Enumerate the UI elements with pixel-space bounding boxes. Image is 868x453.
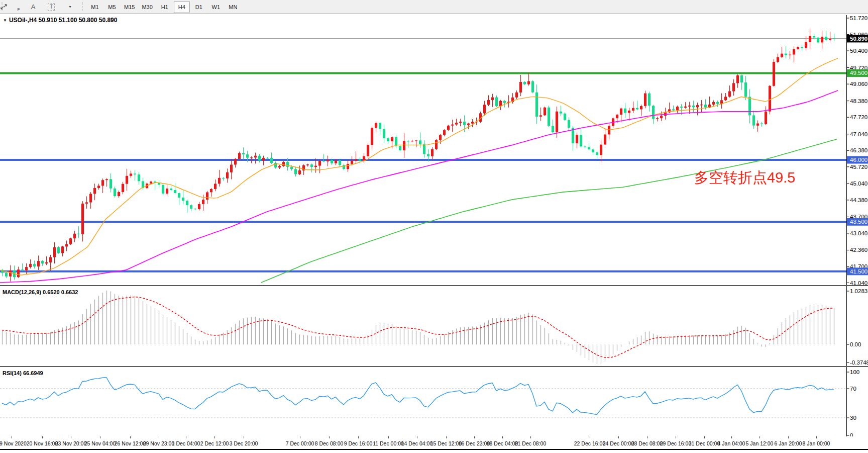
rsi-indicator-label: RSI(14) 66.6949 bbox=[3, 370, 43, 376]
time-axis-tick bbox=[618, 436, 619, 438]
time-axis-tick bbox=[759, 436, 760, 438]
time-axis-label: 6 Jan 20:00 bbox=[775, 440, 802, 446]
time-axis-tick bbox=[502, 436, 503, 438]
time-axis-tick bbox=[71, 436, 71, 438]
time-axis-tick bbox=[130, 436, 131, 438]
time-axis-tick bbox=[731, 436, 732, 438]
time-axis-tick bbox=[100, 436, 100, 438]
time-axis-label: 15 Dec 12:00 bbox=[430, 440, 462, 446]
time-axis-tick bbox=[12, 436, 12, 438]
time-axis-tick bbox=[676, 436, 676, 438]
macd-panel[interactable]: 1.02830.00-0.3748 bbox=[0, 286, 868, 366]
svg-text:0.00: 0.00 bbox=[850, 341, 861, 347]
time-axis-label: 7 Dec 00:00 bbox=[286, 440, 314, 446]
svg-text:47.040: 47.040 bbox=[850, 131, 867, 137]
macd-indicator-label: MACD(12,26,9) 0.6520 0.6632 bbox=[3, 289, 78, 295]
svg-text:50.400: 50.400 bbox=[850, 48, 867, 54]
time-axis-tick bbox=[300, 436, 300, 438]
time-axis-label: 24 Dec 00:00 bbox=[603, 440, 634, 446]
time-axis-label: 3 Dec 20:00 bbox=[230, 440, 258, 446]
svg-text:45.040: 45.040 bbox=[850, 180, 867, 187]
time-axis-tick bbox=[590, 436, 590, 438]
time-axis-label: 8 Jan 00:00 bbox=[803, 440, 830, 446]
time-axis-tick bbox=[647, 436, 647, 438]
time-axis-tick bbox=[530, 436, 531, 438]
time-axis-label: 5 Jan 12:00 bbox=[746, 440, 774, 446]
time-axis-label: 21 Dec 08:00 bbox=[515, 440, 546, 446]
time-axis-tick bbox=[244, 436, 244, 438]
svg-text:50.890: 50.890 bbox=[850, 36, 867, 42]
time-axis-label: 11 Dec 00:00 bbox=[373, 440, 404, 446]
time-axis-label: 16 Dec 23:00 bbox=[459, 440, 490, 446]
time-axis-tick bbox=[417, 436, 417, 438]
time-axis-label: 20 Nov 16:00 bbox=[27, 440, 58, 446]
time-axis-label: 8 Dec 08:00 bbox=[315, 440, 344, 446]
time-axis[interactable]: 19 Nov 202020 Nov 16:0023 Nov 20:0025 No… bbox=[0, 436, 868, 450]
time-axis-tick bbox=[186, 436, 186, 438]
svg-text:47.720: 47.720 bbox=[850, 114, 867, 120]
time-axis-tick bbox=[446, 436, 447, 438]
time-axis-tick bbox=[329, 436, 330, 438]
svg-text:30: 30 bbox=[850, 415, 856, 421]
time-axis-tick bbox=[42, 436, 43, 438]
time-axis-tick bbox=[816, 436, 817, 438]
time-axis-tick bbox=[788, 436, 789, 438]
svg-text:46.380: 46.380 bbox=[850, 147, 867, 153]
chart-text-annotation[interactable]: 多空转折点49.5 bbox=[694, 168, 795, 188]
collapse-triangle-icon[interactable]: ▼ bbox=[3, 18, 7, 23]
time-axis-label: 1 Dec 04:00 bbox=[172, 440, 200, 446]
svg-text:-0.3748: -0.3748 bbox=[850, 359, 868, 366]
svg-text:100: 100 bbox=[850, 369, 859, 375]
time-axis-label: 31 Dec 00:00 bbox=[689, 440, 720, 446]
svg-text:51.720: 51.720 bbox=[850, 15, 867, 21]
time-axis-label: 29 Dec 16:00 bbox=[660, 440, 691, 446]
svg-text:45.720: 45.720 bbox=[850, 164, 867, 170]
svg-text:43.500: 43.500 bbox=[850, 219, 867, 225]
time-axis-tick bbox=[159, 436, 159, 438]
time-axis-label: 22 Dec 16:00 bbox=[574, 440, 605, 446]
symbol-ohlc-text: USOil-,H4 50.910 51.100 50.800 50.890 bbox=[9, 17, 118, 24]
svg-text:49.500: 49.500 bbox=[850, 70, 867, 76]
time-axis-label: 4 Jan 04:00 bbox=[718, 440, 745, 446]
svg-text:43.040: 43.040 bbox=[850, 230, 867, 236]
time-axis-tick bbox=[214, 436, 215, 438]
svg-text:41.500: 41.500 bbox=[850, 268, 867, 275]
svg-text:42.360: 42.360 bbox=[850, 247, 867, 253]
svg-text:1.0283: 1.0283 bbox=[850, 288, 867, 294]
time-axis-label: 29 Nov 23:00 bbox=[143, 440, 174, 446]
time-axis-label: 14 Dec 04:00 bbox=[401, 440, 432, 446]
time-axis-label: 28 Dec 08:00 bbox=[631, 440, 663, 446]
time-axis-label: 2 Dec 12:00 bbox=[200, 440, 229, 446]
svg-text:44.380: 44.380 bbox=[850, 197, 867, 203]
time-axis-label: 25 Nov 04:00 bbox=[84, 440, 116, 446]
mt4-chart-window: F A T ▾ M1M5M15M30H1H4D1W1MN ▼USOil-,H4 … bbox=[0, 0, 868, 453]
svg-text:70: 70 bbox=[850, 386, 856, 392]
time-axis-label: 23 Nov 20:00 bbox=[55, 440, 86, 446]
svg-text:46.000: 46.000 bbox=[850, 157, 867, 163]
chart-symbol-title: ▼USOil-,H4 50.910 51.100 50.800 50.890 bbox=[3, 17, 117, 24]
time-axis-tick bbox=[704, 436, 705, 438]
time-axis-tick bbox=[358, 436, 359, 438]
time-axis-tick bbox=[474, 436, 475, 438]
svg-text:0: 0 bbox=[850, 432, 853, 436]
svg-text:48.380: 48.380 bbox=[850, 98, 867, 104]
time-axis-label: 19 Nov 2020 bbox=[0, 440, 27, 446]
time-axis-tick bbox=[388, 436, 389, 438]
svg-text:49.060: 49.060 bbox=[850, 81, 867, 87]
main-price-chart[interactable]: 51.72051.06050.40049.72049.06048.38047.7… bbox=[0, 0, 868, 286]
time-axis-label: 9 Dec 16:00 bbox=[344, 440, 373, 446]
time-axis-label: 18 Dec 04:00 bbox=[487, 440, 518, 446]
time-axis-label: 26 Nov 12:00 bbox=[115, 440, 146, 446]
rsi-panel[interactable]: 10070300 bbox=[0, 367, 868, 436]
